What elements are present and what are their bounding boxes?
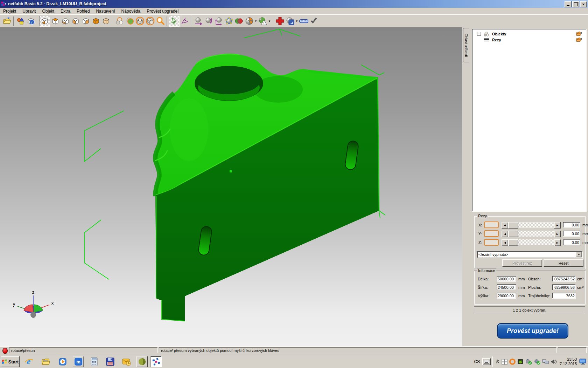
windows-tray-icon[interactable]: [502, 359, 507, 365]
orange-o-tray-icon[interactable]: [509, 359, 516, 365]
file-explorer-icon[interactable]: [41, 356, 51, 367]
update-check-tray-icon[interactable]: [534, 359, 540, 365]
viewport-3d[interactable]: z y x: [0, 27, 462, 346]
length-field[interactable]: 50000.00: [497, 276, 516, 282]
cut-dropdown-caret[interactable]: ▼: [295, 20, 299, 23]
compare-icon[interactable]: [234, 16, 244, 26]
slice-view-icon[interactable]: [244, 16, 254, 26]
calculator-icon[interactable]: [89, 356, 99, 367]
folder-open-icon[interactable]: [576, 37, 582, 42]
media-player-icon[interactable]: [57, 356, 68, 367]
view-front-icon[interactable]: [91, 16, 101, 26]
view-top-icon[interactable]: [50, 16, 60, 26]
scale-icon[interactable]: [214, 16, 224, 26]
maxthon-task-button[interactable]: m: [73, 356, 84, 367]
minimize-button[interactable]: [565, 1, 572, 7]
cut-z-value[interactable]: 0.00: [563, 239, 580, 245]
close-button[interactable]: ×: [580, 1, 587, 7]
scroll-thumb[interactable]: [508, 222, 518, 229]
outlook-icon[interactable]: [121, 356, 132, 367]
view-iso-icon[interactable]: [39, 16, 50, 27]
scroll-track[interactable]: [518, 222, 554, 228]
menu-upravit[interactable]: Upravit: [19, 8, 39, 14]
event-panel-tab[interactable]: Oblast událostí: [463, 28, 469, 62]
triangles-field[interactable]: 7632: [552, 293, 576, 299]
speedfan-task-button[interactable]: [136, 356, 148, 367]
cut-y-toggle[interactable]: [484, 230, 499, 237]
scroll-thumb[interactable]: [508, 239, 518, 246]
scroll-left-arrow[interactable]: ◀: [502, 239, 508, 246]
scroll-left-arrow[interactable]: ◀: [502, 222, 508, 229]
open-project-icon[interactable]: [2, 16, 12, 26]
height-field[interactable]: 29000.00: [497, 293, 516, 299]
scroll-right-arrow[interactable]: ▶: [554, 239, 561, 246]
menu-napoveda[interactable]: Nápověda: [118, 8, 144, 14]
analyse-icon[interactable]: !: [258, 16, 268, 26]
expand-plus-icon[interactable]: +: [477, 32, 481, 36]
chevron-up-icon[interactable]: [496, 359, 500, 364]
menu-extra[interactable]: Extra: [57, 8, 74, 14]
view-left-icon[interactable]: [70, 16, 80, 26]
execute-cut-button[interactable]: Provést řez: [502, 259, 542, 267]
menu-projekt[interactable]: Projekt: [0, 8, 19, 14]
scroll-track[interactable]: [518, 231, 554, 237]
part-bracket[interactable]: [155, 54, 379, 321]
menu-provest-upgrade[interactable]: Provést upgrade!: [144, 8, 182, 14]
tray-clock[interactable]: 23:53 7.12.2015: [560, 357, 577, 366]
width-field[interactable]: 24500.00: [497, 284, 516, 290]
cube-ring-icon[interactable]: [135, 16, 145, 26]
keyboard-icon[interactable]: [482, 358, 491, 365]
menu-pohled[interactable]: Pohled: [74, 8, 93, 14]
upgrade-button[interactable]: Provést upgrade!: [497, 323, 568, 339]
add-part-icon[interactable]: [15, 16, 26, 26]
view-back-icon[interactable]: [101, 16, 111, 26]
maximize-button[interactable]: [572, 1, 579, 7]
volume-field[interactable]: 0875243.52: [552, 276, 576, 282]
scroll-right-arrow[interactable]: ▶: [554, 231, 561, 237]
netfabb-task-button[interactable]: [150, 356, 162, 367]
object-tree[interactable]: + Objekty: [472, 29, 587, 212]
menu-objekt[interactable]: Objekt: [39, 8, 57, 14]
sphere-ring-icon[interactable]: [125, 16, 135, 26]
usb-check-tray-icon[interactable]: [525, 359, 532, 365]
zoom-icon[interactable]: [155, 16, 165, 26]
view-bottom-icon[interactable]: [60, 16, 70, 26]
network-tray-icon[interactable]: [542, 359, 549, 364]
lasso-select-icon[interactable]: [180, 16, 190, 26]
cut-z-scrollbar[interactable]: ◀ ▶: [502, 239, 561, 245]
analyse-dropdown-caret[interactable]: ▼: [268, 20, 271, 23]
rotate-icon[interactable]: [203, 16, 214, 26]
view-right-icon[interactable]: [80, 16, 91, 26]
cut-y-scrollbar[interactable]: ◀ ▶: [502, 231, 561, 237]
slice-view-dropdown-caret[interactable]: ▼: [254, 20, 258, 23]
language-indicator[interactable]: CS: [471, 359, 482, 364]
tree-row-objects[interactable]: + Objekty: [473, 31, 584, 37]
start-button[interactable]: Start: [1, 356, 20, 367]
repair-icon[interactable]: [275, 16, 285, 26]
cut-x-value[interactable]: 0.00: [563, 222, 580, 228]
cut-icon[interactable]: [285, 16, 295, 26]
cut-x-scrollbar[interactable]: ◀ ▶: [502, 222, 561, 228]
dropdown-arrow-icon[interactable]: ▼: [576, 252, 582, 257]
menu-nastaveni[interactable]: Nastavení: [93, 8, 118, 14]
nvidia-tray-icon[interactable]: [517, 359, 524, 365]
select-arrow-icon[interactable]: [169, 16, 180, 27]
cut-x-toggle[interactable]: [484, 222, 499, 228]
scroll-left-arrow[interactable]: ◀: [502, 231, 508, 237]
validate-icon[interactable]: [309, 16, 319, 26]
edit-mesh-icon[interactable]: [224, 16, 234, 26]
cube-sphere-ring-icon[interactable]: [145, 16, 155, 26]
folder-open-icon[interactable]: [576, 31, 582, 36]
area-field[interactable]: 6259906.56: [552, 284, 576, 290]
tree-row-cuts[interactable]: Řezy: [473, 37, 584, 43]
repair-spheres-icon[interactable]: [114, 16, 125, 26]
scroll-right-arrow[interactable]: ▶: [554, 222, 561, 229]
move-icon[interactable]: [193, 16, 203, 26]
scroll-thumb[interactable]: [508, 231, 518, 237]
volume-tray-icon[interactable]: [551, 359, 557, 364]
cut-mode-dropdown[interactable]: <řezání vypnuto> ▼: [477, 251, 583, 258]
cut-z-toggle[interactable]: [484, 239, 499, 246]
measure-icon[interactable]: [299, 16, 309, 26]
part-info-icon[interactable]: i: [26, 16, 36, 26]
internet-explorer-icon[interactable]: e: [24, 356, 34, 367]
